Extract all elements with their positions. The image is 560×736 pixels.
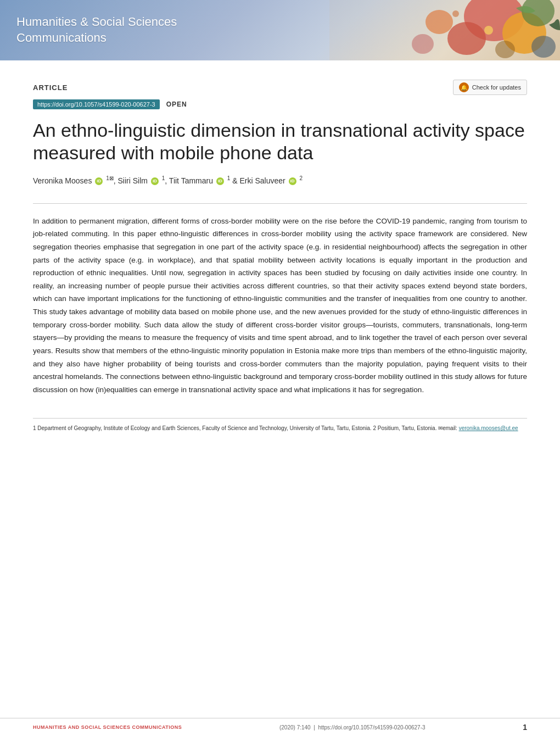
svg-point-3 <box>447 22 486 55</box>
author1-superscript: 1⊠ <box>106 175 114 181</box>
footer-journal-name: HUMANITIES AND SOCIAL SCIENCES COMMUNICA… <box>33 724 182 730</box>
check-updates-text: Check for updates <box>472 84 521 91</box>
doi-row: https://doi.org/10.1057/s41599-020-00627… <box>33 99 527 109</box>
footer-citation: (2020) 7:140 | https://doi.org/10.1057/s… <box>279 724 425 731</box>
journal-name: Humanities & Social Sciences Communicati… <box>16 14 177 46</box>
page-footer: HUMANITIES AND SOCIAL SCIENCES COMMUNICA… <box>0 718 560 736</box>
updates-icon: 🔔 <box>459 82 469 92</box>
footnotes: 1 Department of Geography, Institute of … <box>33 418 527 433</box>
email-label: ✉email: <box>438 425 457 431</box>
svg-point-7 <box>531 36 556 58</box>
authors-line: Veronika Mooses iD 1⊠, Siiri Silm iD 1, … <box>33 174 527 187</box>
svg-point-5 <box>425 10 453 34</box>
author2-name: Siiri Silm <box>118 176 148 185</box>
svg-point-9 <box>484 26 493 35</box>
author2-orcid-icon[interactable]: iD <box>151 177 159 185</box>
section-divider <box>33 203 527 204</box>
author1-orcid-icon[interactable]: iD <box>95 177 103 185</box>
doi-link-text: https://doi.org/10.1057/s41599-020-00627… <box>37 101 155 108</box>
author4-superscript: 2 <box>300 175 303 181</box>
affiliation1-text: 1 Department of Geography, Institute of … <box>33 425 372 431</box>
author2-superscript: 1 <box>162 175 165 181</box>
journal-title-area: Humanities & Social Sciences Communicati… <box>0 4 193 55</box>
svg-point-6 <box>412 34 434 54</box>
author3-orcid-icon[interactable]: iD <box>216 177 224 185</box>
svg-point-8 <box>495 41 515 58</box>
svg-point-10 <box>452 10 459 17</box>
footer-page-number: 1 <box>523 723 527 732</box>
article-meta-row: ARTICLE 🔔 Check for updates <box>33 80 527 95</box>
author-email[interactable]: veronika.mooses@ut.ee <box>459 425 518 431</box>
header-banner: Humanities & Social Sciences Communicati… <box>0 0 560 60</box>
main-content: ARTICLE 🔔 Check for updates https://doi.… <box>0 60 560 455</box>
author4-name: Erki Saluveer <box>239 176 285 185</box>
author3-name: Tiit Tammaru <box>169 176 213 185</box>
doi-badge[interactable]: https://doi.org/10.1057/s41599-020-00627… <box>33 99 160 109</box>
header-decoration <box>329 0 560 60</box>
author4-orcid-icon[interactable]: iD <box>289 177 296 185</box>
affiliation2-text: 2 Positium, Tartu, Estonia. <box>373 425 436 431</box>
article-title: An ethno-linguistic dimension in transna… <box>33 119 527 164</box>
abstract-text: In addition to permanent migration, diff… <box>33 215 527 397</box>
check-updates-button[interactable]: 🔔 Check for updates <box>453 80 527 95</box>
open-badge: OPEN <box>166 101 187 108</box>
article-label: ARTICLE <box>33 83 68 92</box>
author1-name: Veronika Mooses <box>33 176 92 185</box>
author3-superscript: 1 <box>227 175 231 181</box>
